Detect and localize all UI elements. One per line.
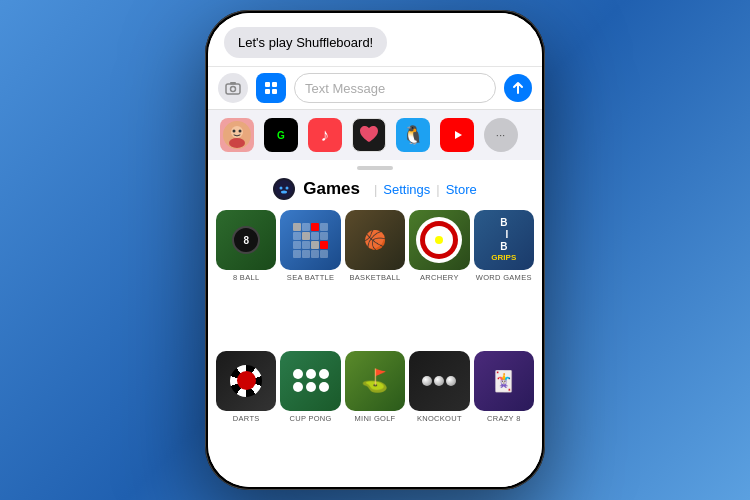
game-item-basketball[interactable]: 🏀 BASKETBALL — [345, 210, 405, 343]
text-message-input[interactable]: Text Message — [294, 73, 496, 103]
game-item-wordgames[interactable]: B I B GRIPS WORD GAMES — [474, 210, 534, 343]
game-thumbnail-basketball: 🏀 — [345, 210, 405, 270]
game-thumbnail-minigolf: ⛳ — [345, 351, 405, 411]
game-item-darts[interactable]: DARTS — [216, 351, 276, 484]
svg-point-1 — [231, 87, 236, 92]
nav-divider-1: | — [374, 182, 377, 197]
more-icon[interactable]: ··· — [484, 118, 518, 152]
game-label-seabattle: SEA BATTLE — [287, 273, 334, 282]
camera-icon[interactable] — [218, 73, 248, 103]
game-label-wordgames: WORD GAMES — [476, 273, 532, 282]
games-panel: Games | Settings | Store 8 8 BALL — [208, 160, 542, 487]
game-item-minigolf[interactable]: ⛳ MINI GOLF — [345, 351, 405, 484]
game-thumbnail-wordgames: B I B GRIPS — [474, 210, 534, 270]
app-icons-row: G ♪ 🐧 ··· — [208, 109, 542, 160]
game-item-archery[interactable]: ARCHERY — [409, 210, 469, 343]
send-button[interactable] — [504, 74, 532, 102]
dartboard-icon — [230, 365, 262, 397]
youtube-icon[interactable] — [440, 118, 474, 152]
game-label-knockout: KNOCKOUT — [417, 414, 462, 423]
nav-divider-2: | — [436, 182, 439, 197]
game-label-cuppong: CUP PONG — [289, 414, 331, 423]
sea-grid — [289, 219, 332, 262]
eight-ball-icon: 8 — [232, 226, 260, 254]
svg-rect-3 — [265, 82, 270, 87]
games-title: Games — [303, 179, 360, 199]
games-logo — [273, 178, 295, 200]
game-item-knockout[interactable]: KNOCKOUT — [409, 351, 469, 484]
svg-point-16 — [281, 191, 287, 194]
svg-point-10 — [239, 130, 242, 133]
phone-frame: Let's play Shuffleboard! Tex — [205, 10, 545, 490]
game-thumbnail-archery — [409, 210, 469, 270]
minigolf-icon: ⛳ — [361, 368, 388, 394]
svg-point-15 — [286, 187, 289, 190]
games-nav: | Settings | Store — [368, 182, 477, 197]
game-item-seabattle[interactable]: SEA BATTLE — [280, 210, 340, 343]
game-thumbnail-seabattle — [280, 210, 340, 270]
game-label-archery: ARCHERY — [420, 273, 459, 282]
svg-rect-4 — [272, 82, 277, 87]
games-header: Games | Settings | Store — [208, 170, 542, 206]
games-grid-row1: 8 8 BALL — [208, 206, 542, 347]
word-games-icon: B I B GRIPS — [491, 217, 516, 263]
knockout-icon — [422, 376, 456, 386]
svg-point-9 — [233, 130, 236, 133]
giphy-icon[interactable]: G — [264, 118, 298, 152]
fitness-icon[interactable] — [352, 118, 386, 152]
game-thumbnail-8ball: 8 — [216, 210, 276, 270]
svg-marker-12 — [455, 131, 462, 139]
game-label-crazyb: CRAZY 8 — [487, 414, 521, 423]
svg-point-11 — [229, 138, 245, 148]
crazy8-icon: 🃏 — [491, 369, 516, 393]
cups-icon — [287, 363, 335, 398]
game-item-cuppong[interactable]: CUP PONG — [280, 351, 340, 484]
archery-target-icon — [425, 226, 453, 254]
svg-rect-2 — [230, 82, 236, 85]
game-label-basketball: BASKETBALL — [350, 273, 401, 282]
svg-rect-6 — [272, 89, 277, 94]
game-label-minigolf: MINI GOLF — [354, 414, 395, 423]
apps-icon[interactable] — [256, 73, 286, 103]
game-thumbnail-crazyb: 🃏 — [474, 351, 534, 411]
game-thumbnail-cuppong — [280, 351, 340, 411]
game-item-8ball[interactable]: 8 8 BALL — [216, 210, 276, 343]
phone-screen: Let's play Shuffleboard! Tex — [208, 13, 542, 487]
svg-point-14 — [280, 187, 283, 190]
basketball-icon: 🏀 — [364, 229, 386, 251]
input-bar: Text Message — [208, 66, 542, 109]
game-thumbnail-knockout — [409, 351, 469, 411]
game-item-crazyb[interactable]: 🃏 CRAZY 8 — [474, 351, 534, 484]
music-icon[interactable]: ♪ — [308, 118, 342, 152]
settings-nav[interactable]: Settings — [383, 182, 430, 197]
games-grid-row2: DARTS CUP PONG — [208, 347, 542, 488]
memoji-icon[interactable] — [220, 118, 254, 152]
message-bubble: Let's play Shuffleboard! — [224, 27, 387, 58]
game-thumbnail-darts — [216, 351, 276, 411]
tweetbot-icon[interactable]: 🐧 — [396, 118, 430, 152]
svg-point-13 — [275, 180, 293, 198]
game-label-darts: DARTS — [233, 414, 260, 423]
svg-rect-0 — [226, 84, 240, 94]
svg-rect-5 — [265, 89, 270, 94]
store-nav[interactable]: Store — [446, 182, 477, 197]
game-label-8ball: 8 BALL — [233, 273, 259, 282]
message-area: Let's play Shuffleboard! — [208, 13, 542, 66]
